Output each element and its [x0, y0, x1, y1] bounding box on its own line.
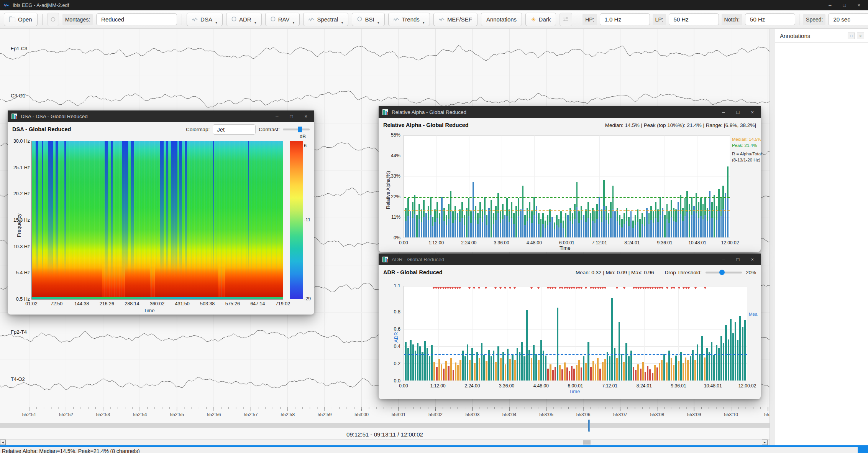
dsa-time-tick-label: 288:14 [125, 301, 139, 306]
adr-bar [578, 360, 580, 381]
maximize-icon[interactable]: □ [290, 114, 293, 119]
relative-alpha-window[interactable]: Relative Alpha - Global Reduced – □ × Re… [379, 106, 761, 252]
dsa-window-titlebar[interactable]: DSA - DSA - Global Reduced – □ × [8, 110, 314, 122]
legend-median: Median: 14.5% [732, 136, 761, 142]
record-navigator[interactable] [0, 423, 770, 428]
minimize-icon[interactable]: – [722, 257, 725, 262]
chevron-down-icon[interactable]: ▾ [254, 20, 256, 26]
montages-select[interactable]: Reduced [96, 13, 177, 25]
drop-marker-triangle [590, 287, 592, 289]
alpha-bar [495, 206, 497, 237]
adr-bar [410, 340, 411, 381]
contrast-slider[interactable] [283, 128, 310, 130]
open-button[interactable]: Open [4, 13, 38, 26]
alpha-bar [716, 206, 717, 237]
alpha-bar [689, 204, 690, 237]
alpha-bar [660, 197, 661, 237]
horizontal-scrollbar[interactable] [0, 439, 770, 446]
drop-threshold-thumb[interactable] [719, 270, 725, 275]
close-icon[interactable]: × [751, 109, 754, 115]
adr-bar [728, 339, 729, 381]
toolbar-button-mefsef[interactable]: MEF/SEF [433, 13, 477, 26]
adr-bar [495, 362, 497, 381]
scroll-left-button[interactable]: ◄ [0, 440, 6, 445]
adr-bar [476, 352, 478, 381]
adr-bar [407, 348, 409, 381]
close-icon[interactable]: × [304, 114, 307, 119]
dsa-spectrogram[interactable] [31, 141, 283, 300]
adr-bar [685, 357, 686, 381]
toolbar-button-dark[interactable]: ☀Dark [525, 13, 556, 26]
dsa-freq-tick-label: 25.1 Hz [13, 165, 30, 170]
chart-xtick-label: 1:12:00 [430, 383, 446, 389]
adr-bar [735, 322, 736, 381]
alpha-bar [491, 200, 492, 237]
alpha-bar [563, 221, 564, 237]
display-settings-button[interactable] [560, 13, 572, 26]
drop-threshold-slider[interactable] [706, 272, 742, 273]
drop-marker-triangle [456, 287, 459, 289]
close-panel-icon[interactable]: × [857, 33, 864, 39]
chevron-down-icon[interactable]: ▾ [423, 20, 425, 26]
alpha-bar [662, 208, 663, 237]
scroll-right-button[interactable]: ► [762, 440, 768, 445]
navigator-position-marker[interactable] [588, 420, 590, 432]
adr-bar [545, 356, 546, 381]
chevron-down-icon[interactable]: ▾ [341, 20, 343, 26]
adr-bar [412, 344, 414, 381]
scrollbar-thumb[interactable] [583, 440, 591, 445]
colormap-select[interactable]: Jet [213, 124, 256, 135]
chevron-down-icon[interactable]: ▾ [292, 20, 294, 26]
field-value-lp[interactable]: 50 Hz [669, 13, 719, 25]
contrast-slider-thumb[interactable] [298, 127, 302, 132]
toolbar-button-rav[interactable]: RAV▾ [265, 13, 300, 26]
dsa-window[interactable]: DSA - DSA - Global Reduced – □ × DSA - G… [8, 110, 314, 315]
toolbar-button-adr[interactable]: ADR▾ [226, 13, 262, 26]
drop-marker-triangle [592, 287, 594, 289]
status-progress-thumb[interactable] [858, 445, 868, 453]
adr-chart[interactable] [404, 286, 747, 381]
panel-splitter[interactable] [770, 29, 775, 445]
minimize-icon[interactable]: – [722, 109, 725, 115]
toolbar-button-spectral[interactable]: Spectral▾ [303, 13, 348, 26]
field-value-notch[interactable]: 50 Hz [745, 13, 795, 25]
maximize-icon[interactable]: □ [843, 2, 846, 8]
minimize-icon[interactable]: – [276, 114, 278, 119]
alpha-bar [412, 202, 413, 237]
field-value-hp[interactable]: 1.0 Hz [600, 13, 650, 25]
drop-marker-triangle [437, 287, 440, 289]
close-icon[interactable]: × [751, 257, 754, 262]
toolbar-button-annotations[interactable]: Annotations [481, 13, 522, 26]
toolbar-button-trends[interactable]: Trends▾ [388, 13, 430, 26]
alpha-window-titlebar[interactable]: Relative Alpha - Global Reduced – □ × [379, 106, 761, 118]
adr-bar [607, 352, 608, 381]
maximize-icon[interactable]: □ [737, 109, 740, 115]
drop-marker-triangle [654, 287, 656, 289]
drop-marker-triangle [694, 287, 697, 289]
toolbar-separator [42, 14, 43, 25]
median-dashed-line [404, 210, 730, 211]
minimize-icon[interactable]: – [829, 2, 831, 8]
alpha-bar [605, 206, 607, 237]
toolbar-button-bsi[interactable]: BSI▾ [352, 13, 384, 26]
toolbar-fields: HP:1.0 HzLP:50 HzNotch:50 HzSpeed:20 sec… [582, 13, 868, 25]
chevron-down-icon[interactable]: ▾ [215, 20, 217, 26]
adr-bar [438, 359, 440, 381]
field-value-speed[interactable]: 20 sec [828, 13, 868, 25]
chart-xtick-label: 4:48:00 [527, 240, 542, 245]
alpha-bar [583, 215, 584, 237]
float-panel-icon[interactable]: □ [848, 33, 855, 39]
toolbar-button-dsa[interactable]: DSA▾ [187, 13, 223, 26]
close-icon[interactable]: × [857, 2, 860, 8]
adr-window[interactable]: ADR - Global Reduced – □ × ADR - Global … [379, 254, 761, 399]
montage-refresh-button[interactable] [47, 13, 59, 26]
alpha-bar [502, 204, 504, 237]
chart-ytick-label: 0.6 [385, 326, 400, 332]
adr-window-titlebar[interactable]: ADR - Global Reduced – □ × [379, 254, 761, 265]
adr-bar [649, 369, 651, 381]
maximize-icon[interactable]: □ [737, 257, 740, 262]
chart-vertical-gridline [404, 286, 404, 381]
alpha-chart[interactable] [404, 135, 730, 238]
mean-line-label: Mea [749, 311, 759, 317]
chevron-down-icon[interactable]: ▾ [377, 20, 379, 26]
